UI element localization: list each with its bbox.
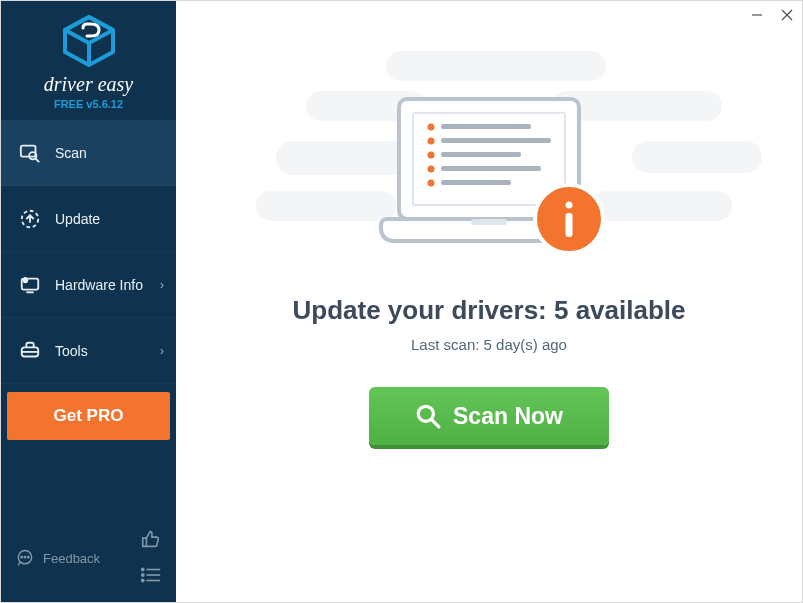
list-icon [140, 566, 162, 584]
close-button[interactable] [772, 1, 802, 29]
svg-point-44 [418, 406, 433, 421]
thumbs-up-icon [140, 528, 162, 550]
svg-rect-38 [441, 180, 511, 185]
svg-point-37 [428, 180, 435, 187]
app-window: driver easy FREE v5.6.12 Scan [0, 0, 803, 603]
svg-marker-4 [65, 17, 113, 43]
nav-label: Tools [55, 343, 88, 359]
scan-now-button[interactable]: Scan Now [369, 387, 609, 445]
feedback-icon [15, 548, 35, 568]
search-icon [415, 403, 441, 429]
thumbs-up-button[interactable] [140, 528, 162, 554]
svg-rect-36 [441, 166, 541, 171]
feedback-label: Feedback [43, 551, 100, 566]
svg-rect-39 [471, 219, 507, 225]
nav-label: Hardware Info [55, 277, 143, 293]
svg-rect-6 [21, 145, 36, 156]
minimize-button[interactable] [742, 1, 772, 29]
sidebar-item-scan[interactable]: Scan [1, 120, 176, 186]
sidebar-nav: Scan Update [1, 120, 176, 384]
brand-name: driver easy [1, 73, 176, 96]
sidebar-item-tools[interactable]: Tools › [1, 318, 176, 384]
svg-text:i: i [25, 278, 26, 283]
headline-text: Update your drivers: 5 available [292, 295, 685, 326]
svg-rect-43 [566, 213, 573, 237]
chevron-right-icon: › [160, 344, 164, 358]
window-controls [742, 1, 802, 29]
hardware-info-icon: i [17, 274, 43, 296]
svg-point-23 [142, 574, 144, 576]
svg-rect-32 [441, 138, 551, 143]
feedback-button[interactable]: Feedback [15, 548, 100, 568]
sidebar-item-hardware-info[interactable]: i Hardware Info › [1, 252, 176, 318]
svg-line-8 [36, 158, 40, 162]
sidebar-bottom: Feedback [1, 518, 176, 602]
nav-label: Update [55, 211, 100, 227]
svg-line-45 [432, 420, 439, 427]
update-icon [17, 208, 43, 230]
bottom-icons [140, 528, 162, 588]
app-logo-icon [59, 15, 119, 67]
logo-area: driver easy FREE v5.6.12 [1, 1, 176, 120]
version-label: FREE v5.6.12 [1, 98, 176, 110]
get-pro-button[interactable]: Get PRO [7, 392, 170, 440]
chevron-right-icon: › [160, 278, 164, 292]
svg-point-35 [428, 166, 435, 173]
svg-point-20 [28, 557, 29, 558]
sidebar-item-update[interactable]: Update [1, 186, 176, 252]
svg-rect-34 [441, 152, 521, 157]
svg-point-21 [142, 568, 144, 570]
minimize-icon [751, 9, 763, 21]
list-button[interactable] [140, 566, 162, 588]
scan-button-label: Scan Now [453, 403, 563, 430]
sidebar: driver easy FREE v5.6.12 Scan [1, 1, 176, 602]
subline-text: Last scan: 5 day(s) ago [411, 336, 567, 353]
close-icon [781, 9, 793, 21]
svg-point-42 [566, 202, 573, 209]
svg-point-33 [428, 152, 435, 159]
laptop-illustration [359, 89, 619, 273]
scan-icon [17, 142, 43, 164]
svg-point-18 [21, 557, 22, 558]
svg-point-29 [428, 124, 435, 131]
tools-icon [17, 340, 43, 362]
main-content: Update your drivers: 5 available Last sc… [176, 1, 802, 602]
svg-rect-30 [441, 124, 531, 129]
svg-point-31 [428, 138, 435, 145]
svg-point-25 [142, 579, 144, 581]
nav-label: Scan [55, 145, 87, 161]
svg-point-19 [24, 557, 25, 558]
